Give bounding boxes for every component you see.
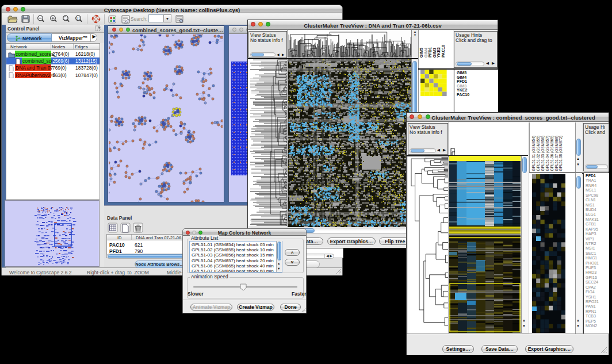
svg-text:1:1: 1:1: [76, 17, 81, 20]
